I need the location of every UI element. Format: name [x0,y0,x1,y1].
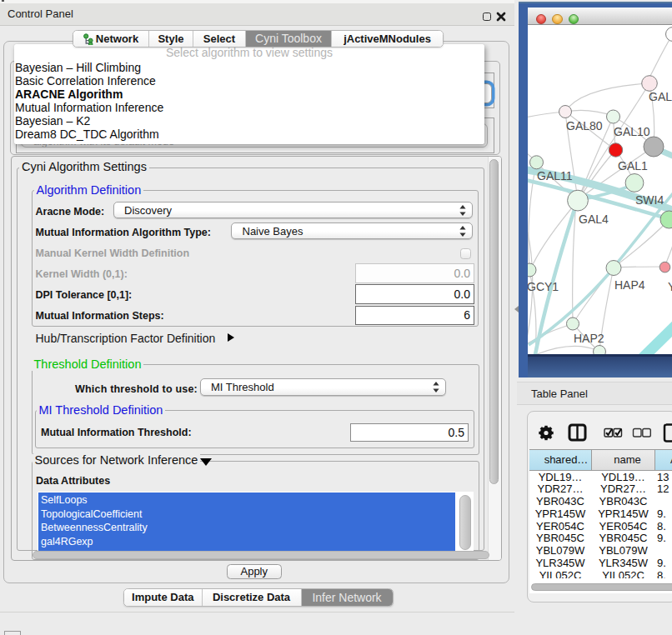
svg-text:GAL11: GAL11 [537,169,573,182]
svg-text:GAL1: GAL1 [618,159,648,172]
svg-text:HAP2: HAP2 [574,332,604,345]
svg-text:GAL4: GAL4 [579,212,609,226]
svg-text:YM: YM [668,280,672,293]
svg-text:GAL80: GAL80 [566,119,603,132]
svg-text:GAL2: GAL2 [649,90,672,103]
svg-text:GCY1: GCY1 [528,280,559,293]
svg-text:GAL10: GAL10 [614,125,650,138]
svg-text:HAP4: HAP4 [614,278,645,292]
svg-text:SWI4: SWI4 [635,193,664,207]
